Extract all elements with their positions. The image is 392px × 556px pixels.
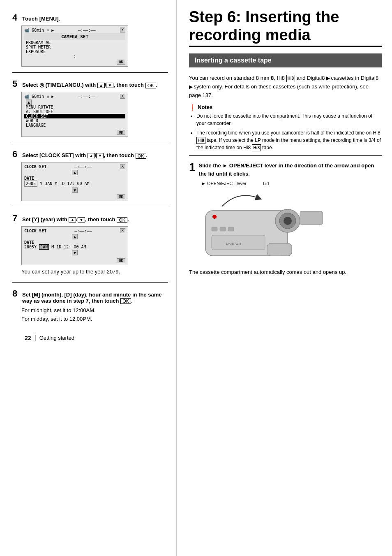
step-5: 5 Select ◎ (TIME/LANGU.) with ▲/▼, then …: [12, 79, 168, 137]
svg-rect-8: [228, 227, 234, 231]
screen4-dots: :: [24, 54, 125, 58]
d8-arrow1: ▶: [326, 75, 330, 82]
screen5-menu-rotate: MENU ROTATE: [24, 105, 125, 109]
step-4-num: 4: [12, 12, 20, 23]
screen4-top-time: –:––:––: [78, 28, 95, 32]
cam-svg: DIGITAL 8: [189, 190, 337, 262]
d8-arrow2: ▶: [189, 83, 192, 91]
step-8-midnight: For midnight, set it to 12:00AM.: [21, 306, 168, 315]
note-item-2: The recording time when you use your cam…: [196, 129, 382, 152]
screen7-ok-btn[interactable]: OK: [117, 258, 125, 263]
note-item-1: Do not force the cassette into the compa…: [196, 112, 382, 127]
right-step-1-num: 1: [189, 162, 196, 173]
step-5-title: Select ◎ (TIME/LANGU.) with ▲/▼, then to…: [22, 82, 157, 88]
svg-point-3: [284, 217, 292, 225]
hi8-note-badge2: Hi8: [252, 144, 261, 151]
notes-icon: ❗: [189, 104, 196, 111]
screen4-ok-btn[interactable]: OK: [117, 60, 125, 65]
screen7-close-btn[interactable]: X: [120, 228, 125, 233]
step-8-title: Set [M] (month), [D] (day), hour and min…: [22, 292, 168, 304]
step-8-body: For midnight, set it to 12:00AM. For mid…: [21, 306, 168, 324]
screen7-jan-highlight: JAN: [39, 244, 49, 250]
step-7-ok-inline: OK: [117, 217, 127, 223]
screen7-arrow-up-btn[interactable]: ▲: [72, 234, 78, 239]
notes-title: Notes: [198, 104, 212, 110]
step-6-ok: OK: [136, 153, 146, 159]
screen5-world: WORLD: [24, 118, 125, 123]
screen4-row1: PROGRAM AE: [24, 40, 125, 45]
step-7-arrow-down: ▼: [78, 217, 85, 222]
screen7-arrow-up-area: ▲: [24, 234, 125, 239]
cam-illustration: DIGITAL 8: [189, 190, 382, 264]
lid-label: Lid: [263, 181, 269, 186]
screen4-camera-set: CAMERA SET: [24, 33, 125, 40]
screen5-arrow-up-btn: ▲: [24, 100, 125, 105]
step-8: 8 Set [M] (month), [D] (day), hour and m…: [12, 288, 168, 324]
big-title-line2: recording media: [189, 26, 311, 44]
step-8-ok-inline: OK: [120, 298, 131, 304]
screen6-ok-btn[interactable]: OK: [117, 194, 125, 199]
screen5-close-btn[interactable]: X: [120, 94, 125, 99]
section-box: Inserting a cassette tape: [189, 53, 382, 67]
screen7-arrow-down-btn[interactable]: ▼: [72, 250, 78, 255]
screen5-shut-off: A. SHUT OFF: [24, 109, 125, 114]
screen6-arrow-down-area: ▼: [24, 188, 125, 193]
step-4: 4 Touch [MENU]. 📹 60min ≡ ▶ –:––:–– X CA…: [12, 12, 168, 67]
step-6-arrow-down: ▼: [96, 153, 104, 158]
step-7-arrow-up: ▲: [69, 217, 76, 222]
step-5-screen: 📹 60min ≡ ▶ –:––:–– X ▲ MENU ROTATE A. S…: [21, 92, 128, 137]
screen5-clock-set: CLOCK SET: [24, 114, 125, 118]
svg-text:DIGITAL 8: DIGITAL 8: [226, 242, 241, 246]
screen6-date-label: DATE: [24, 176, 125, 181]
svg-rect-5: [267, 243, 292, 256]
step-7-screen: CLOCK SET –:––:–– X ▲ DATE 2005Y JAN M 1…: [21, 226, 128, 265]
screen6-time: –:––:––: [74, 164, 92, 169]
screen7-time: –:––:––: [74, 229, 92, 233]
hi8-note-badge1: Hi8: [196, 137, 205, 144]
page-big-title: Step 6: Inserting the recording media: [189, 8, 382, 47]
step-8-num: 8: [12, 288, 20, 299]
right-caption: The cassette compartment automatically c…: [189, 268, 382, 277]
big-title-line1: Step 6: Inserting the: [189, 8, 339, 25]
cam-labels-row: ► OPEN/EJECT lever Lid: [201, 181, 382, 186]
step-5-num: 5: [12, 79, 20, 89]
screen4-row3: EXPOSURE: [24, 49, 125, 54]
right-step-1-title: Slide the ► OPEN/EJECT lever in the dire…: [199, 162, 382, 178]
footer-divider: |: [35, 334, 36, 342]
page-number: 22: [25, 335, 31, 341]
right-column: Step 6: Inserting the recording media In…: [177, 0, 392, 556]
screen6-date-rest: Y JAN M 1D 12: 00 AM: [40, 181, 89, 186]
svg-rect-4: [300, 211, 323, 225]
svg-rect-6: [212, 227, 217, 231]
step-6-num: 6: [12, 149, 20, 160]
footer-section: Getting started: [39, 335, 74, 341]
screen6-arrow-down-btn[interactable]: ▼: [72, 188, 78, 193]
screen5-language: LANGUAGE: [24, 123, 125, 127]
step-5-arrow-down: ▼: [106, 83, 113, 88]
step-4-title: Touch [MENU].: [22, 16, 60, 22]
screen5-ok-btn[interactable]: OK: [117, 130, 125, 135]
screen4-row2: SPOT METER: [24, 45, 125, 49]
step-5-ok: OK: [145, 83, 156, 88]
step-6-screen: CLOCK SET –:––:–– X ▲ DATE 2005 Y JAN M …: [21, 162, 128, 201]
screen6-arrow-up-btn[interactable]: ▲: [72, 170, 78, 175]
screen6-date-val: 2005: [24, 181, 37, 187]
left-column: 4 Touch [MENU]. 📹 60min ≡ ▶ –:––:–– X CA…: [0, 0, 177, 556]
screen4-top-left: 📹 60min ≡ ▶: [24, 28, 54, 32]
screen7-year: 2005Y: [24, 245, 39, 249]
step-8-midday: For midday, set it to 12:00PM.: [21, 315, 168, 324]
step-7-title: Set [Y] (year) with ▲/▼, then touch OK.: [22, 216, 129, 223]
screen4-close-btn[interactable]: X: [120, 28, 125, 32]
screen7-title: CLOCK SET: [24, 229, 46, 233]
step-7: 7 Set [Y] (year) with ▲/▼, then touch OK…: [12, 213, 168, 276]
lever-label: ► OPEN/EJECT lever: [201, 181, 247, 186]
right-body-intro: You can record on standard 8 mm 8, Hi8 H…: [189, 74, 382, 100]
step-4-screen: 📹 60min ≡ ▶ –:––:–– X CAMERA SET PROGRAM…: [21, 25, 128, 67]
page-footer: 22 | Getting started: [25, 334, 180, 342]
svg-point-9: [212, 215, 217, 219]
screen5-time: –:––:––: [78, 94, 95, 99]
screen6-arrow-up-area: ▲: [24, 170, 125, 175]
notes-header: ❗ Notes: [189, 104, 382, 111]
screen6-close-btn[interactable]: X: [120, 164, 125, 169]
screen7-date-rest: M 1D 12: 00 AM: [51, 245, 86, 249]
